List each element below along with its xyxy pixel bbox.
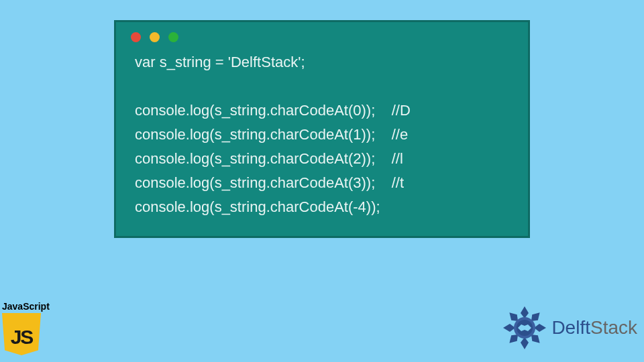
javascript-badge: JavaScript JS [2, 301, 52, 355]
brand-part1: Delft [551, 317, 590, 338]
code-line: console.log(s_string.charCodeAt(-4)); [135, 195, 515, 219]
js-letters: JS [11, 326, 33, 349]
code-content: var s_string = 'DelftStack'; console.log… [116, 50, 528, 219]
code-line: var s_string = 'DelftStack'; [135, 50, 515, 74]
delftstack-logo: DelftStack [500, 304, 637, 352]
javascript-label: JavaScript [2, 301, 52, 312]
js-shield-icon: JS [2, 313, 41, 355]
close-icon [131, 32, 141, 42]
code-line: console.log(s_string.charCodeAt(1)); //e [135, 123, 515, 147]
mandala-icon [500, 304, 549, 352]
window-controls [116, 32, 528, 50]
code-window: var s_string = 'DelftStack'; console.log… [114, 20, 530, 238]
brand-text: DelftStack [551, 317, 637, 339]
code-line: console.log(s_string.charCodeAt(2)); //l [135, 147, 515, 171]
minimize-icon [150, 32, 160, 42]
maximize-icon [168, 32, 178, 42]
blank-line [135, 74, 515, 99]
code-line: console.log(s_string.charCodeAt(0)); //D [135, 99, 515, 123]
brand-part2: Stack [590, 317, 637, 338]
code-line: console.log(s_string.charCodeAt(3)); //t [135, 171, 515, 195]
